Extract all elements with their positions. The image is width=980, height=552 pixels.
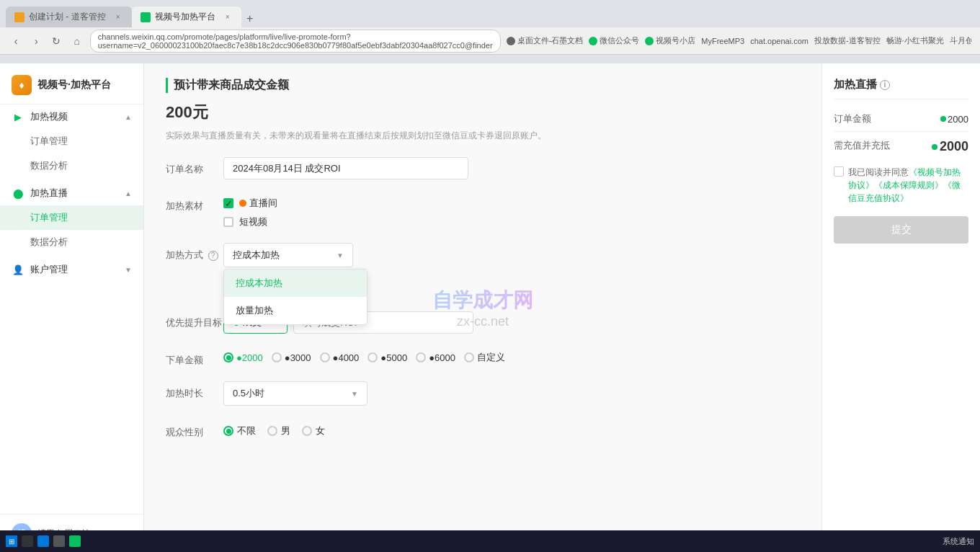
agree-checkbox[interactable] <box>834 166 844 177</box>
recharge-row: 需充值并充抵 2000 <box>834 139 968 154</box>
bookmark-1[interactable]: 桌面文件-石墨文档 <box>507 35 584 46</box>
taskbar-icon-wechat[interactable] <box>69 535 81 547</box>
bookmark-2[interactable]: 微信公众号 <box>589 35 639 46</box>
amount-item-6000[interactable]: ●6000 <box>416 352 455 363</box>
radio-2000[interactable] <box>223 352 233 362</box>
amount-options: ●2000 ●3000 ●4000 ●5000 <box>223 348 800 364</box>
gender-label: 观众性别 <box>166 420 223 439</box>
tab-active[interactable]: 视频号加热平台 × <box>132 6 241 27</box>
bookmark-6[interactable]: 投放数据-道客智控 <box>814 35 881 46</box>
amount-label: 下单金额 <box>166 348 223 367</box>
sidebar-item-live-data-analysis[interactable]: 数据分析 <box>0 230 143 254</box>
tab-icon-1 <box>14 12 24 22</box>
gender-label-female: 女 <box>316 424 325 437</box>
bookmark-icon-2 <box>589 37 597 45</box>
panel-order-amount-value: 2000 <box>940 114 968 125</box>
method-select-display[interactable]: 控成本加热 ▼ <box>223 243 353 267</box>
method-hint-icon[interactable]: ? <box>208 251 218 261</box>
bookmark-label-4: MyFreeMP3 <box>701 37 744 45</box>
panel-info-icon[interactable]: i <box>880 80 890 90</box>
material-video-label: 短视频 <box>239 215 267 228</box>
material-control: ✓ 直播间 短视频 <box>223 194 800 228</box>
order-name-control <box>223 157 800 179</box>
amount-item-4000[interactable]: ●4000 <box>320 352 360 363</box>
radio-3000[interactable] <box>272 352 282 362</box>
radio-4000[interactable] <box>320 352 330 362</box>
refresh-button[interactable]: ↻ <box>49 33 63 49</box>
method-label: 加热方式 ? <box>166 243 223 262</box>
sidebar-group-boost-video: ▶ 加热视频 ▲ 订单管理 数据分析 <box>0 104 143 178</box>
sidebar-group-header-boost-live[interactable]: ⬤ 加热直播 ▲ <box>0 181 143 205</box>
sidebar-item-video-order-mgmt[interactable]: 订单管理 <box>0 129 143 153</box>
bookmark-7[interactable]: 畅游·小红书聚光 <box>886 35 944 46</box>
gender-control: 不限 男 女 <box>223 420 800 437</box>
method-control: 控成本加热 ▼ 控成本加热 放量加热 <box>223 243 800 267</box>
material-video[interactable]: 短视频 <box>223 215 800 228</box>
material-live-checkbox[interactable]: ✓ <box>223 198 233 208</box>
bookmark-label-6: 投放数据-道客智控 <box>814 35 881 46</box>
taskbar: ⊞ 系统通知 <box>0 530 980 552</box>
radio-unlimited[interactable] <box>223 426 233 436</box>
agree-row: 我已阅读并同意《视频号加热协议》《成本保障规则》《微信豆充值协议》 <box>834 166 968 205</box>
submit-button[interactable]: 提交 <box>834 216 968 244</box>
taskbar-time: 系统通知 <box>943 536 974 547</box>
bookmark-4[interactable]: MyFreeMP3 <box>701 37 744 45</box>
forward-button[interactable]: › <box>29 33 43 49</box>
gender-item-unlimited[interactable]: 不限 <box>223 424 256 437</box>
sidebar-item-live-order-mgmt[interactable]: 订单管理 <box>0 205 143 230</box>
new-tab-button[interactable]: + <box>241 10 259 27</box>
back-button[interactable]: ‹ <box>9 33 23 49</box>
coin-dot-icon <box>940 116 946 122</box>
duration-select[interactable]: 0.5小时 ▼ <box>223 381 368 406</box>
sidebar-group-header-boost-video[interactable]: ▶ 加热视频 ▲ <box>0 104 143 129</box>
dropdown-item-volume[interactable]: 放量加热 <box>224 297 367 324</box>
sidebar-group-header-account[interactable]: 👤 账户管理 ▼ <box>0 257 143 282</box>
recharge-label: 需充值并充抵 <box>834 139 890 154</box>
duration-control: 0.5小时 ▼ <box>223 381 800 406</box>
radio-male[interactable] <box>267 426 277 436</box>
bookmark-3[interactable]: 视频号小店 <box>645 35 695 46</box>
order-name-input[interactable] <box>223 157 468 179</box>
material-video-checkbox[interactable] <box>223 217 233 227</box>
recharge-value: 2000 <box>932 139 968 154</box>
bookmark-label-2: 微信公众号 <box>600 35 639 46</box>
gender-item-female[interactable]: 女 <box>302 424 325 437</box>
gender-item-male[interactable]: 男 <box>267 424 290 437</box>
duration-label: 加热时长 <box>166 381 223 400</box>
taskbar-icon-edge[interactable] <box>37 535 49 547</box>
taskbar-icon-explorer[interactable] <box>53 535 65 547</box>
amount-item-custom[interactable]: 自定义 <box>464 351 505 364</box>
address-bar: ‹ › ↻ ⌂ channels.weixin.qq.com/promote/p… <box>0 27 980 55</box>
bookmark-label-8: 斗月创作服务平台 <box>950 35 971 46</box>
bookmark-label-7: 畅游·小红书聚光 <box>886 35 944 46</box>
chevron-boost-live: ▲ <box>125 190 132 197</box>
home-button[interactable]: ⌂ <box>70 33 84 49</box>
taskbar-icon-search[interactable] <box>22 535 33 547</box>
radio-custom[interactable] <box>464 352 474 362</box>
amount-item-3000[interactable]: ●3000 <box>272 352 311 363</box>
agree-link-2[interactable]: 《成本保障规则》 <box>874 180 943 190</box>
bookmark-5[interactable]: chat.openai.com <box>750 37 808 45</box>
tab-close-2[interactable]: × <box>223 12 233 22</box>
radio-5000[interactable] <box>368 352 378 362</box>
material-row: 加热素材 ✓ 直播间 短视频 <box>166 194 800 228</box>
tab-close-1[interactable]: × <box>113 12 123 22</box>
amount-item-5000[interactable]: ●5000 <box>368 352 407 363</box>
method-selected-value: 控成本加热 <box>233 249 280 262</box>
gender-row: 观众性别 不限 男 女 <box>166 420 800 439</box>
agree-text: 我已阅读并同意《视频号加热协议》《成本保障规则》《微信豆充值协议》 <box>848 166 968 205</box>
order-name-row: 订单名称 <box>166 157 800 179</box>
tab-inactive[interactable]: 创建计划 - 道客管控 × <box>6 6 132 27</box>
sidebar-item-video-data-analysis[interactable]: 数据分析 <box>0 153 143 178</box>
method-dropdown-menu: 控成本加热 放量加热 <box>223 269 368 325</box>
tab-icon-2 <box>141 12 151 22</box>
dropdown-item-cost-control[interactable]: 控成本加热 <box>224 270 367 297</box>
start-button[interactable]: ⊞ <box>6 535 17 547</box>
bookmark-8[interactable]: 斗月创作服务平台 <box>950 35 971 46</box>
url-input[interactable]: channels.weixin.qq.com/promote/pages/pla… <box>90 30 501 53</box>
radio-female[interactable] <box>302 426 312 436</box>
radio-6000[interactable] <box>416 352 426 362</box>
material-live[interactable]: ✓ 直播间 <box>223 197 800 210</box>
amount-item-2000[interactable]: ●2000 <box>223 352 263 363</box>
browser-chrome: 创建计划 - 道客管控 × 视频号加热平台 × + ‹ › ↻ ⌂ channe… <box>0 0 980 63</box>
